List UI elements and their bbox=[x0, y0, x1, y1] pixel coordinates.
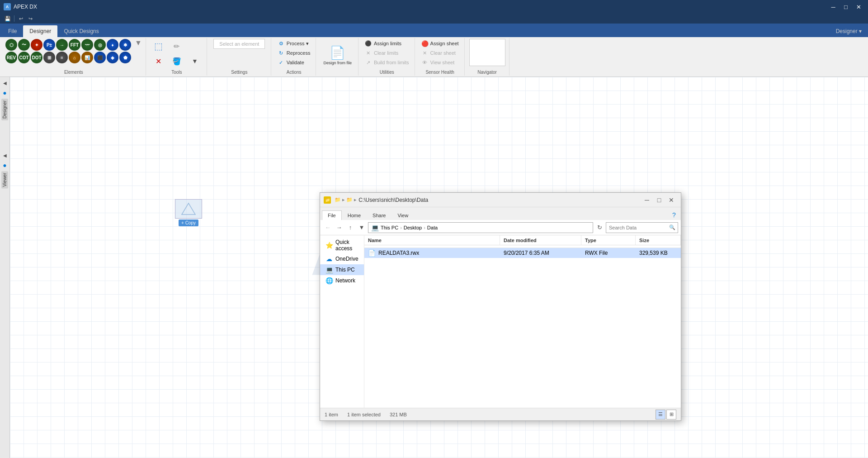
element-icon-1[interactable]: ⬡ bbox=[5, 39, 17, 51]
element-icon-8[interactable]: ◎ bbox=[94, 39, 106, 51]
actions-content: ⚙ Process ▾ ↻ Reprocess ✓ Validate bbox=[276, 39, 312, 69]
explorer-tab-home[interactable]: Home bbox=[342, 210, 367, 220]
status-count: 1 item bbox=[325, 412, 338, 417]
canvas-element[interactable]: + Copy bbox=[173, 199, 204, 226]
side-panel-btn-2[interactable]: ● bbox=[1, 89, 9, 97]
user-mode[interactable]: Designer ▾ bbox=[831, 25, 866, 37]
nav-item-onedrive[interactable]: ☁ OneDrive bbox=[320, 253, 364, 264]
select-element-label: Select an element bbox=[213, 39, 265, 49]
element-icon-14[interactable]: ⊞ bbox=[43, 52, 55, 63]
address-bar[interactable]: 💻 This PC › Desktop › Data bbox=[368, 222, 593, 233]
clear-sheet-label: Clear sheet bbox=[430, 50, 456, 56]
file-list-body: 📄 REALDATA3.rwx 9/20/2017 6:35 AM RWX Fi… bbox=[364, 248, 681, 408]
dialog-minimize-btn[interactable]: ─ bbox=[641, 194, 653, 206]
search-wrap: 🔍 bbox=[606, 222, 678, 233]
design-from-file-button[interactable]: 📄 Design from file bbox=[321, 39, 354, 71]
select-tool-btn[interactable]: ⬚ bbox=[151, 39, 167, 53]
element-icon-10[interactable]: ✱ bbox=[119, 39, 131, 51]
refresh-button[interactable]: ↻ bbox=[594, 223, 604, 233]
view-tiles-btn[interactable]: ⊞ bbox=[666, 410, 676, 420]
settings-label: Settings bbox=[231, 70, 247, 75]
recent-button[interactable]: ▼ bbox=[357, 223, 367, 233]
view-sheet-button[interactable]: 👁 View sheet bbox=[420, 58, 461, 67]
element-icon-13[interactable]: DOT bbox=[31, 52, 42, 63]
element-icon-11[interactable]: REV bbox=[5, 52, 17, 63]
clear-limits-button[interactable]: ✕ Clear limits bbox=[363, 48, 411, 57]
ribbon: ⬡ 〜 ✦ P± → FFT 〰 ◎ ♦ ✱ REV COT DOT ⊞ ≡ ⌂… bbox=[0, 37, 868, 77]
validate-button[interactable]: ✓ Validate bbox=[276, 58, 312, 67]
element-icon-6[interactable]: FFT bbox=[69, 39, 80, 51]
viewer-tab[interactable]: Viewer bbox=[1, 171, 8, 188]
element-icon-16[interactable]: ⌂ bbox=[69, 52, 80, 63]
explorer-tab-view[interactable]: View bbox=[392, 210, 414, 220]
element-icon-7[interactable]: 〰 bbox=[81, 39, 93, 51]
canvas-area: APEX Test + Copy 📁 📁 ▸ 📁 ▸ C:\Users\snic… bbox=[10, 77, 868, 458]
element-icon-19[interactable]: ◈ bbox=[107, 52, 118, 63]
nav-item-network[interactable]: 🌐 Network bbox=[320, 275, 364, 286]
restore-button[interactable]: □ bbox=[840, 2, 852, 12]
assign-limits-button[interactable]: ⚫ Assign limits bbox=[363, 39, 411, 48]
element-icon-4[interactable]: P± bbox=[43, 39, 55, 51]
element-icon-3[interactable]: ✦ bbox=[31, 39, 42, 51]
side-panel-btn-3[interactable]: ◀ bbox=[1, 151, 9, 159]
edit-tool-btn[interactable]: ✏ bbox=[169, 39, 185, 53]
tools-content: ⬚ ✏ ✕ 🪣 ▼ bbox=[151, 39, 203, 69]
nav-item-quick-access[interactable]: ⭐ Quick access bbox=[320, 237, 364, 253]
element-icon-15[interactable]: ≡ bbox=[56, 52, 68, 63]
col-header-type[interactable]: Type bbox=[581, 235, 636, 245]
file-row-0[interactable]: 📄 REALDATA3.rwx 9/20/2017 6:35 AM RWX Fi… bbox=[364, 248, 681, 258]
view-details-btn[interactable]: ☰ bbox=[656, 410, 665, 420]
minimize-button[interactable]: ─ bbox=[827, 2, 839, 12]
tab-file[interactable]: File bbox=[2, 25, 23, 37]
side-panel-btn-4[interactable]: ● bbox=[1, 161, 9, 169]
help-icon[interactable]: ? bbox=[669, 210, 679, 220]
element-icon-20[interactable]: ⬟ bbox=[119, 52, 131, 63]
designer-tab[interactable]: Designer bbox=[1, 99, 8, 120]
build-from-limits-button[interactable]: ↗ Build from limits bbox=[363, 58, 411, 67]
file-dialog: 📁 📁 ▸ 📁 ▸ C:\Users\snich\Desktop\Data ─ … bbox=[320, 192, 681, 421]
process-button[interactable]: ⚙ Process ▾ bbox=[276, 39, 312, 48]
navigator-content bbox=[469, 39, 505, 69]
validate-label: Validate bbox=[287, 60, 304, 65]
element-icon-9[interactable]: ♦ bbox=[107, 39, 118, 51]
element-icon-2[interactable]: 〜 bbox=[18, 39, 30, 51]
elements-label: Elements bbox=[64, 70, 83, 75]
up-button[interactable]: ↑ bbox=[345, 223, 355, 233]
search-input[interactable] bbox=[606, 222, 678, 233]
dialog-controls: ─ □ ✕ bbox=[641, 194, 677, 206]
element-icon-18[interactable]: ⬛ bbox=[94, 52, 106, 63]
col-header-size[interactable]: Size bbox=[636, 235, 681, 245]
col-header-date[interactable]: Date modified bbox=[500, 235, 581, 245]
reprocess-button[interactable]: ↻ Reprocess bbox=[276, 48, 312, 57]
back-button[interactable]: ← bbox=[323, 223, 333, 233]
close-button[interactable]: ✕ bbox=[853, 2, 864, 12]
sensor-health-stack: 🔴 Assign sheet ✕ Clear sheet 👁 View shee… bbox=[420, 39, 461, 67]
dialog-maximize-btn[interactable]: □ bbox=[653, 194, 665, 206]
fill-tool-btn[interactable]: 🪣 bbox=[169, 54, 185, 68]
undo-button[interactable]: ↩ bbox=[17, 14, 25, 23]
element-icon-5[interactable]: → bbox=[56, 39, 68, 51]
explorer-tab-file[interactable]: File bbox=[322, 210, 342, 220]
delete-tool-btn[interactable]: ✕ bbox=[151, 54, 167, 68]
element-icon-17[interactable]: 📊 bbox=[81, 52, 93, 63]
redo-button[interactable]: ↪ bbox=[26, 14, 34, 23]
ribbon-group-navigator: Navigator bbox=[466, 38, 509, 76]
dialog-close-btn[interactable]: ✕ bbox=[665, 194, 677, 206]
clear-sheet-button[interactable]: ✕ Clear sheet bbox=[420, 48, 461, 57]
tab-designer[interactable]: Designer bbox=[23, 25, 57, 37]
save-button[interactable]: 💾 bbox=[4, 14, 12, 23]
more-tool-btn[interactable]: ▼ bbox=[187, 54, 203, 68]
assign-sheet-button[interactable]: 🔴 Assign sheet bbox=[420, 39, 461, 48]
dialog-title-bar: 📁 📁 ▸ 📁 ▸ C:\Users\snich\Desktop\Data ─ … bbox=[320, 193, 681, 207]
elements-scroll-btn[interactable]: ▼ bbox=[135, 39, 142, 47]
nav-item-this-pc[interactable]: 💻 This PC bbox=[320, 264, 364, 275]
file-cell-size-0: 329,539 KB bbox=[636, 250, 681, 256]
main-layout: ◀ ● Designer ◀ ● Viewer APEX Test + Copy bbox=[0, 77, 868, 458]
explorer-tab-share[interactable]: Share bbox=[367, 210, 392, 220]
col-header-name[interactable]: Name bbox=[364, 235, 500, 245]
tab-quick-designs[interactable]: Quick Designs bbox=[57, 25, 105, 37]
side-panel-btn-1[interactable]: ◀ bbox=[1, 79, 9, 87]
forward-button[interactable]: → bbox=[334, 223, 344, 233]
ribbon-group-design: 📄 Design from file x bbox=[317, 38, 359, 76]
element-icon-12[interactable]: COT bbox=[18, 52, 30, 63]
